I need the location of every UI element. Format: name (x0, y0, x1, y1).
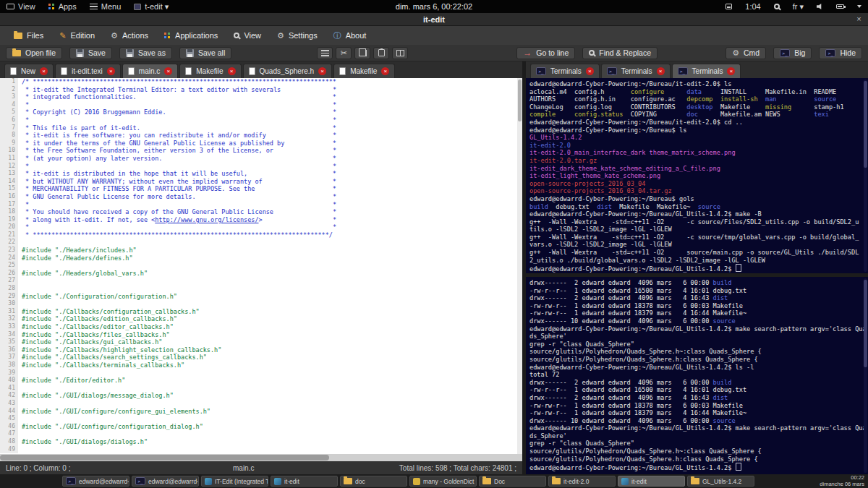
taskbar-item-it-edit-2-0[interactable]: it-edit-2.0 (548, 476, 616, 487)
save-button[interactable]: Save (69, 47, 112, 59)
it-edit-window: it-edit × Files✎Edition⚙ActionsApplicati… (0, 13, 868, 474)
taskbar-item-doc-label: Doc (494, 478, 505, 485)
gear-icon: ⚙ (277, 32, 284, 40)
topbar-mag[interactable] (767, 0, 786, 13)
lines-button[interactable] (317, 47, 333, 59)
topbar-caret-down[interactable] (851, 0, 868, 13)
scissors-button[interactable]: ✂ (336, 47, 352, 59)
topbar-batt[interactable] (830, 0, 851, 13)
taskbar-item-it-edit-label: it-edit (284, 478, 299, 485)
taskbar-item-edward-edwarrd-c[interactable]: >_edward@edwarrd-C... (132, 476, 199, 487)
topbar-tray[interactable] (719, 0, 739, 13)
menu-files[interactable]: Files (7, 29, 50, 42)
tab-close-button[interactable]: × (657, 67, 665, 75)
taskbar-item-it-edit[interactable]: it-edit (271, 476, 338, 487)
code-line: 41 (0, 385, 522, 393)
tab-close-button[interactable]: × (40, 67, 48, 75)
save-as-button[interactable]: Save as (119, 47, 172, 59)
taskbar-item-many-goldendict[interactable]: many - GoldenDict (409, 476, 477, 487)
terminal-bottom-scrollbar[interactable] (864, 278, 867, 473)
editor-hscroll-thumb[interactable] (0, 455, 329, 461)
screen-icon (7, 4, 14, 9)
line-number: 41 (0, 385, 18, 393)
editor-hscrollbar[interactable] (0, 454, 522, 461)
tab-close-button[interactable]: × (727, 67, 735, 75)
terminal-tab-terminals[interactable]: >_Terminals× (530, 64, 600, 78)
menu-edition[interactable]: ✎Edition (53, 29, 101, 42)
menu-view[interactable]: View (227, 29, 268, 42)
taskbar-item-it-edit-integrated-t[interactable]: IT-Edit (Integrated T... (201, 476, 268, 487)
tab-quads-sphere-h[interactable]: Quads_Sphere.h× (243, 64, 333, 78)
menu-about[interactable]: ⓘAbout (327, 29, 373, 42)
topbar-view[interactable]: View (0, 0, 42, 13)
terminal-tab-terminals[interactable]: >_Terminals× (601, 64, 671, 78)
taskbar-item-gl-utils-1-4-2[interactable]: GL_Utils-1.4.2 (687, 476, 754, 487)
tab-close-button[interactable]: × (164, 67, 172, 75)
tab-makefile[interactable]: Makefile× (179, 64, 241, 78)
tab-it-edit-texi[interactable]: it-edit.texi× (55, 64, 121, 78)
cols-button[interactable] (392, 47, 408, 59)
copy-button[interactable] (354, 47, 370, 59)
save-all-button[interactable]: Save all (179, 47, 231, 59)
terminal-line: edward@edwarrd-Cyber-Powering:~/Bureau/i… (529, 80, 864, 88)
taskbar-item-edward-edwarrd-c[interactable]: >_edward@edwarrd-C... (62, 476, 129, 487)
topbar-clock[interactable]: dim. mars 6, 00:22:02 (389, 0, 479, 13)
taskbar-item-it-edit[interactable]: it-edit (618, 476, 685, 487)
editor-tab-bar: New×it-edit.texi×main.c×Makefile×Quads_S… (0, 61, 522, 78)
topbar-menu[interactable]: Menu (83, 0, 128, 13)
tab-close-button[interactable]: × (107, 67, 115, 75)
menu-settings[interactable]: ⚙Settings (271, 29, 324, 42)
topbar-vol[interactable] (810, 0, 830, 13)
line-number: 6 (0, 116, 18, 124)
code-text: * the Free Software Foundation, either v… (18, 147, 336, 155)
terminal-top-scrollbar[interactable] (864, 80, 867, 272)
line-number: 4 (0, 101, 18, 109)
cmd-button[interactable]: ⚙Cmd (726, 47, 766, 59)
terminal-bottom-scroll-thumb[interactable] (864, 280, 867, 367)
hide-button[interactable]: >_Hide (819, 47, 862, 59)
window-titlebar[interactable]: it-edit × (0, 13, 868, 26)
paste-icon (378, 49, 385, 56)
editor-vscroll-thumb[interactable] (518, 80, 522, 121)
topbar-t-edit[interactable]: t-edit ▾ (127, 0, 175, 13)
topbar-fr[interactable]: fr ▾ (786, 0, 810, 13)
apps-icon (164, 33, 171, 39)
line-number: 31 (0, 308, 18, 316)
paste-button[interactable] (373, 47, 389, 59)
taskbar-item-doc[interactable]: Doc (479, 476, 546, 487)
terminal-top-scroll-thumb[interactable] (864, 81, 867, 168)
line-number: 21 (0, 231, 18, 239)
terminal-line: drwx------ 2 edward edward 4096 mars 4 1… (529, 394, 864, 402)
tab-close-button[interactable]: × (228, 67, 236, 75)
terminal-bottom[interactable]: drwx------ 2 edward edward 4096 mars 6 0… (526, 277, 868, 474)
code-line: 36#include "./Callbacks/highlight_select… (0, 346, 522, 354)
terminal-line: it-edit-2.0 (529, 142, 864, 150)
menu-actions[interactable]: ⚙Actions (104, 29, 155, 42)
terminal-tab-terminals[interactable]: >_Terminals× (672, 64, 741, 78)
tab-main-c[interactable]: main.c× (122, 64, 178, 78)
terminal-top[interactable]: edward@edwarrd-Cyber-Powering:~/Bureau/i… (526, 78, 868, 273)
taskbar-item-doc[interactable]: doc (340, 476, 407, 487)
code-line: 22 (0, 239, 522, 247)
go-to-line-button-label: Go to line (536, 48, 569, 57)
go-to-line-button[interactable]: →Go to line (516, 47, 575, 59)
terminal-line: -rw-r--r-- 1 edward edward 16500 mars 4 … (529, 287, 864, 295)
terminal-line: edward@edwarrd-Cyber-Powering:~/Bureau/G… (529, 264, 864, 272)
find-replace-button[interactable]: Find & Replace (582, 47, 658, 59)
tab-new[interactable]: New× (4, 64, 54, 78)
topbar-apps[interactable]: Apps (42, 0, 83, 13)
copy-icon (361, 50, 367, 56)
open-file-button[interactable]: Open file (6, 47, 62, 59)
menu-applications[interactable]: Applications (158, 29, 224, 42)
tab-close-button[interactable]: × (318, 67, 326, 75)
tab-makefile[interactable]: Makefile× (333, 64, 395, 78)
topbar-1-04[interactable]: 1:04 (739, 0, 767, 13)
code-editor[interactable]: 1/* ************************************… (0, 78, 522, 454)
tab-close-button[interactable]: × (381, 67, 389, 75)
tab-close-button[interactable]: × (586, 67, 594, 75)
code-line: 5 * Copyright (C) 2016 Bruggemann Eddie.… (0, 108, 522, 116)
big-button[interactable]: >_Big (773, 47, 812, 59)
editor-vscrollbar[interactable] (517, 78, 522, 454)
window-close-button[interactable]: × (854, 14, 864, 24)
tab-label: New (21, 67, 35, 75)
